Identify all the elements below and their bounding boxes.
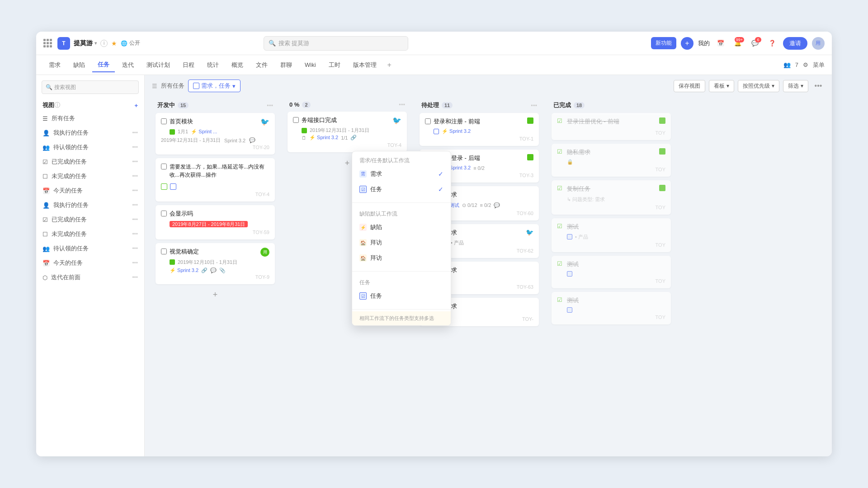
add-card-button[interactable]: + [156,288,275,302]
sidebar-item-my-tasks[interactable]: 👤我执行的任务 ••• [36,126,144,140]
task-card[interactable]: 登录和注册 - 前端 ⚡ Sprint 3.2 TOY-1 [420,113,539,146]
tab-requirements[interactable]: 需求 [43,58,66,72]
tab-overview[interactable]: 概览 [226,58,249,72]
item-dots[interactable]: ••• [132,130,138,136]
dropdown-tip: 相同工作流下的任务类型支持多选 [352,311,451,325]
more-options-icon[interactable]: ••• [812,80,825,92]
task-checkbox[interactable] [425,118,431,124]
item-dots[interactable]: ••• [132,202,138,208]
filter-button[interactable]: 筛选 ▾ [783,80,808,92]
sidebar-item-my-tasks-2[interactable]: 👤我执行的任务 ••• [36,198,144,212]
task-card-completed[interactable]: ☑ 隐私需求 🔒 TOY [552,144,671,177]
sidebar-item-pending-claim[interactable]: 👥待认领的任务 ••• [36,140,144,155]
add-button[interactable]: + [681,37,693,50]
sidebar-item-pending-claim-2[interactable]: 👥待认领的任务 ••• [36,241,144,256]
search-bar[interactable]: 🔍 搜索 提莫游 [264,36,408,51]
item-dots[interactable]: ••• [132,173,138,179]
filter-type-button[interactable]: 需求，任务 ▾ [188,80,241,92]
dropdown-item-bug[interactable]: ⚡ 缺陷 [352,220,451,235]
task-card[interactable]: 视觉稿确定 2019年12月10日 - 1月31日 ⚡ Sprint 3.2 🔗… [156,243,275,284]
invite-button[interactable]: 邀请 [783,37,807,50]
dropdown-item-visit-1[interactable]: 🏠 拜访 [352,235,451,250]
task-checkbox[interactable] [161,249,167,254]
item-dots[interactable]: ••• [132,188,138,194]
item-dots[interactable]: ••• [132,144,138,150]
task-card[interactable]: 会显示吗 2019年8月27日 - 2019年8月31日 TOY-59 [156,205,275,239]
help-icon-btn[interactable]: ❓ [766,37,778,50]
sidebar-item-completed[interactable]: ☑已完成的任务 ••• [36,155,144,169]
item-dots[interactable]: ••• [132,159,138,165]
tab-tasks[interactable]: 任务 [92,58,115,72]
my-button[interactable]: 我的 [698,39,710,47]
grid-menu-icon[interactable] [43,39,52,47]
task-card-completed[interactable]: ☑ 测试 TOY [552,256,671,288]
tab-test-plan[interactable]: 测试计划 [141,58,175,72]
tab-versions[interactable]: 版本管理 [348,58,382,72]
sidebar-item-completed-2[interactable]: ☑已完成的任务 ••• [36,212,144,227]
task-card-completed[interactable]: ☑ 测试 TOY [552,292,671,324]
task-checkbox[interactable] [293,117,299,123]
item-dots[interactable]: ••• [132,216,138,223]
item-dots[interactable]: ••• [132,231,138,237]
new-feature-button[interactable]: 新功能 [651,37,676,49]
sort-button[interactable]: 按照优先级 ▾ [738,80,779,92]
task-id: TOY-60 [517,211,533,216]
item-dots[interactable]: ••• [132,245,138,252]
dropdown-item-task[interactable]: ☑ 任务 ✓ [352,182,451,197]
dropdown-item-visit-2[interactable]: 🏠 拜访 [352,250,451,266]
tab-iterations[interactable]: 迭代 [117,58,139,72]
task-id: TOY-63 [517,284,533,290]
product-tag: • 产品 [575,234,588,240]
sidebar-item-all-tasks[interactable]: ☰所有任务 [36,111,144,126]
message-icon-btn[interactable]: 💬 6 [749,37,761,50]
board-columns: 开发中 15 ••• 首页模块 [145,97,832,456]
task-checkbox[interactable] [161,118,167,124]
tab-hours[interactable]: 工时 [323,58,346,72]
lock-icon: 🔒 [567,159,573,165]
kanban-button[interactable]: 看板 ▾ [709,80,734,92]
menu-label[interactable]: 菜单 [813,61,825,69]
sidebar-item-incomplete[interactable]: ☐未完成的任务 ••• [36,169,144,183]
task-icon-2: ☑ [359,292,367,300]
notification-icon-btn[interactable]: 🔔 99+ [731,37,744,50]
task-card-completed[interactable]: ☑ 测试 • 产品 TOY [552,218,671,252]
calendar-icon-btn[interactable]: 📅 [714,37,727,50]
project-name[interactable]: 提莫游 ▾ [74,39,97,47]
column-more-icon[interactable]: ••• [267,102,273,109]
user-icon-2: 👤 [42,202,50,209]
sidebar-item-today-2[interactable]: 📅今天的任务 ••• [36,256,144,270]
tab-chat[interactable]: 群聊 [275,58,297,72]
views-info-icon[interactable]: ⓘ [54,101,60,109]
info-icon[interactable]: i [100,40,108,47]
dropdown-item-requirement[interactable]: 需 需求 ✓ [352,166,451,182]
tab-bugs[interactable]: 缺陷 [68,58,90,72]
item-dots[interactable]: ••• [132,274,138,281]
column-more-icon[interactable]: ••• [399,101,405,108]
settings-icon[interactable]: ⚙ [803,61,808,68]
sidebar-item-today[interactable]: 📅今天的任务 ••• [36,183,144,198]
task-checkbox[interactable] [161,164,167,169]
dropdown-item-task-2[interactable]: ☑ 任务 [352,288,451,304]
avatar[interactable]: 用 [812,37,825,50]
task-card-completed[interactable]: ☑ 复制任务 ↳ 问题类型: 需求 TOY [552,180,671,214]
collapse-sidebar-icon[interactable]: ☰ [152,83,157,89]
tab-files[interactable]: 文件 [250,58,273,72]
task-card-completed[interactable]: ☑ 登录注册优化 - 前端 TOY [552,113,671,140]
sidebar-search[interactable]: 🔍 搜索视图 [42,80,139,94]
task-checkbox[interactable] [161,211,167,216]
task-card[interactable]: 首页模块 1月1 ⚡ Sprint ... 🐦 2019年12月31日 - 1月… [156,113,275,155]
tab-wiki[interactable]: Wiki [299,59,321,71]
task-title: 首页模块 [170,117,258,126]
sidebar-item-incomplete-2[interactable]: ☐未完成的任务 ••• [36,227,144,241]
task-card[interactable]: 需要发送...方，如果...络延迟等...内没有收...再次获得...操作 TO… [156,158,275,202]
tab-stats[interactable]: 统计 [202,58,224,72]
add-view-icon[interactable]: + [134,102,138,109]
star-icon[interactable]: ★ [111,40,117,47]
tab-schedule[interactable]: 日程 [177,58,200,72]
column-more-icon[interactable]: ••• [531,102,537,109]
sidebar-item-sprint-first[interactable]: ⬡迭代在前面 ••• [36,270,144,285]
more-tabs-button[interactable]: + [384,58,395,72]
save-view-button[interactable]: 保存视图 [674,80,705,92]
task-card[interactable]: 务端接口完成 2019年12月31日 - 1月31日 🗒 ⚡ Sprint 3.… [288,112,407,152]
item-dots[interactable]: ••• [132,260,138,266]
